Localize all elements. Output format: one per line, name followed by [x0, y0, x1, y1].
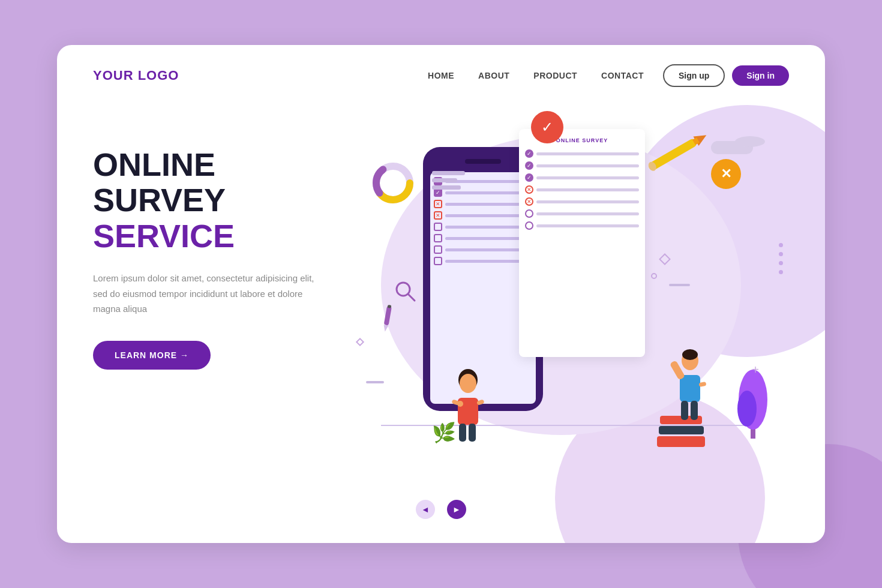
hero-description: Lorem ipsum dolor sit amet, consectetur …: [93, 271, 321, 317]
checkbox-3: ✕: [434, 200, 442, 208]
checklist-row-5: [434, 223, 532, 231]
nav-home[interactable]: HOME: [428, 71, 454, 80]
survey-row-1: ✓: [525, 149, 639, 158]
s-check-4: ✕: [525, 185, 533, 194]
nav-product[interactable]: PRODUCT: [533, 71, 577, 80]
s-check-5: ✕: [525, 197, 533, 206]
dash-line-2: [366, 381, 384, 383]
survey-row-5: ✕: [525, 197, 639, 206]
s-line-3: [536, 176, 639, 179]
nav-contact[interactable]: CONTACT: [601, 71, 644, 80]
donut-chart: [369, 159, 417, 209]
plus-deco-1: +: [752, 363, 759, 377]
checklist-row-7: [434, 245, 532, 254]
red-check-badge: ✓: [531, 111, 563, 143]
hero-title-line1: ONLINE SURVEY: [93, 147, 345, 218]
s-check-2: ✓: [525, 161, 533, 170]
learn-more-button[interactable]: LEARN MORE →: [93, 341, 211, 370]
svg-rect-22: [680, 375, 700, 402]
survey-row-4: ✕: [525, 185, 639, 194]
next-arrow[interactable]: ►: [447, 500, 466, 519]
diamond-deco-2: [356, 338, 364, 346]
checklist-row-4: ✕: [434, 211, 532, 220]
h-bar-3: [432, 185, 461, 190]
survey-row-7: [525, 221, 639, 230]
checkbox-8: [434, 257, 442, 265]
s-line-4: [536, 188, 639, 191]
pencil-icon: [645, 124, 718, 178]
s-line-6: [536, 212, 639, 215]
svg-point-13: [460, 374, 476, 393]
hero-section: ONLINE SURVEY SERVICE Lorem ipsum dolor …: [57, 87, 825, 483]
nav-about[interactable]: ABOUT: [478, 71, 509, 80]
magnifier-icon: [393, 279, 417, 308]
checkbox-7: [434, 245, 442, 254]
plant-decoration: 🌿: [432, 421, 456, 444]
hero-left: ONLINE SURVEY SERVICE Lorem ipsum dolor …: [93, 123, 345, 370]
s-check-7: [525, 221, 533, 230]
survey-row-2: ✓: [525, 161, 639, 170]
nav-links: HOME ABOUT PRODUCT CONTACT: [428, 71, 644, 80]
svg-rect-5: [384, 306, 392, 326]
navbar: YOUR LOGO HOME ABOUT PRODUCT CONTACT Sig…: [57, 45, 825, 87]
book-3: [657, 436, 705, 447]
checkbox-2: ✓: [434, 188, 442, 197]
yellow-x-badge: ✕: [711, 159, 741, 189]
s-check-6: [525, 209, 533, 218]
pagination: ◄ ►: [416, 500, 466, 519]
svg-point-19: [457, 401, 463, 407]
checklist-row-8: [434, 257, 532, 265]
s-line-5: [536, 200, 639, 203]
h-bar-1: [432, 171, 465, 175]
dot-1: [779, 243, 783, 247]
dot-3: [779, 261, 783, 265]
survey-row-3: ✓: [525, 173, 639, 182]
hero-title-line2: SERVICE: [93, 218, 345, 254]
dots-decoration: [779, 243, 783, 274]
person-man: [669, 349, 711, 435]
signin-button[interactable]: Sign in: [732, 65, 789, 86]
dash-line-1: [669, 284, 690, 286]
checklist-row-3: ✕: [434, 200, 532, 208]
dot-4: [779, 270, 783, 274]
prev-arrow[interactable]: ◄: [416, 500, 435, 519]
svg-rect-18: [469, 424, 476, 442]
s-line-1: [536, 152, 639, 155]
checkbox-6: [434, 234, 442, 242]
svg-rect-26: [691, 401, 698, 420]
outer-background: YOUR LOGO HOME ABOUT PRODUCT CONTACT Sig…: [0, 0, 882, 588]
s-line-7: [536, 224, 639, 227]
hero-illustration: ✓ ✓ ✕ ✕: [345, 123, 789, 483]
main-card: YOUR LOGO HOME ABOUT PRODUCT CONTACT Sig…: [57, 45, 825, 543]
svg-marker-6: [383, 325, 389, 332]
svg-rect-25: [681, 401, 688, 420]
svg-point-21: [682, 349, 698, 360]
circle-deco-1: [651, 273, 657, 279]
logo: YOUR LOGO: [93, 68, 428, 83]
svg-line-4: [408, 294, 415, 301]
checklist-row-2: ✓: [434, 188, 532, 197]
svg-rect-17: [459, 424, 466, 442]
signup-button[interactable]: Sign up: [663, 64, 725, 87]
h-bar-2: [432, 178, 457, 182]
cloud-2: [735, 136, 765, 147]
svg-point-29: [737, 391, 757, 427]
checkbox-5: [434, 223, 442, 231]
survey-paper: ONLINE SURVEY ✓ ✓ ✓ ✕: [519, 129, 645, 357]
phone-notch: [465, 159, 501, 164]
s-check-3: ✓: [525, 173, 533, 182]
horizontal-bars: [432, 171, 465, 190]
tree-decoration: [735, 367, 771, 441]
survey-row-6: [525, 209, 639, 218]
s-check-1: ✓: [525, 149, 533, 158]
dot-2: [779, 252, 783, 256]
s-line-2: [536, 164, 639, 167]
checkbox-4: ✕: [434, 211, 442, 220]
checklist-row-6: [434, 234, 532, 242]
